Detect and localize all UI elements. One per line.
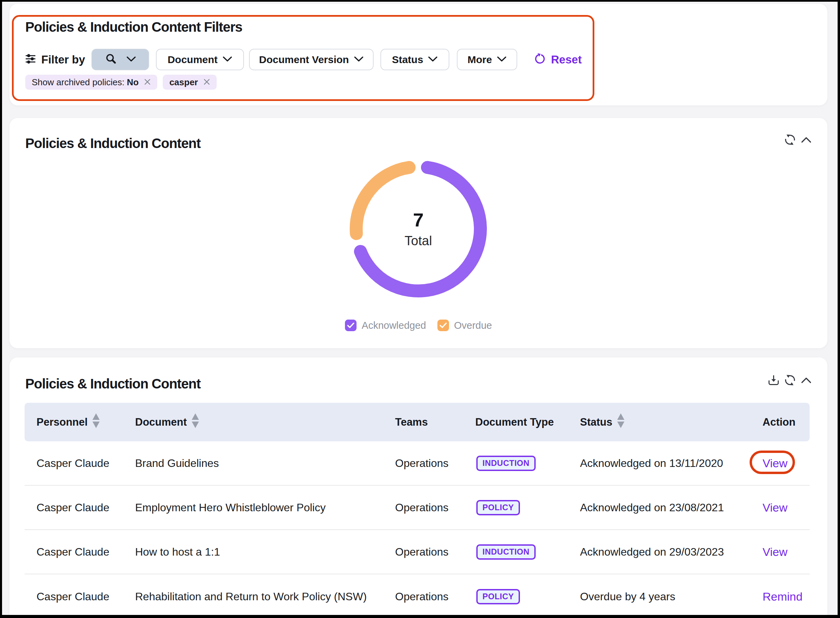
cell-action: View: [763, 530, 788, 573]
chart-legend: Acknowledged Overdue: [10, 319, 827, 331]
cell-personnel: Casper Claude: [37, 486, 109, 529]
legend-label-acknowledged: Acknowledged: [362, 320, 426, 331]
action-link[interactable]: Remind: [763, 590, 803, 603]
table-header: Personnel Document Teams Document Type S…: [25, 403, 810, 441]
column-header-document-label: Document: [135, 416, 187, 428]
cell-document: Rehabilitation and Return to Work Policy…: [135, 574, 367, 615]
reset-button[interactable]: Reset: [534, 49, 582, 70]
sort-icon[interactable]: [92, 413, 100, 431]
legend-item-overdue[interactable]: Overdue: [437, 319, 492, 331]
cell-status: Acknowledged on 29/03/2023: [580, 530, 724, 573]
cell-personnel: Casper Claude: [37, 574, 109, 615]
chevron-down-icon: [223, 56, 232, 64]
filter-chip-archived[interactable]: Show archived policies: No: [25, 75, 157, 90]
cell-document-type: INDUCTION: [476, 530, 536, 573]
filter-chip-casper[interactable]: casper: [163, 75, 217, 90]
filters-card: Policies & Induction Content Filters Fil…: [10, 4, 827, 105]
chevron-down-icon: [497, 56, 507, 64]
chevron-up-icon[interactable]: [801, 137, 811, 144]
column-header-personnel-label: Personnel: [37, 416, 88, 428]
chevron-down-icon: [428, 56, 438, 64]
legend-label-overdue: Overdue: [454, 320, 492, 331]
column-header-action: Action: [763, 403, 795, 441]
cell-document: Employment Hero Whistleblower Policy: [135, 486, 326, 529]
checkbox-checked-icon[interactable]: [345, 319, 357, 331]
donut-total-value: 7: [413, 211, 424, 230]
column-header-document-type-label: Document Type: [475, 416, 554, 428]
cell-status: Acknowledged on 13/11/2020: [580, 441, 723, 485]
x-icon[interactable]: [203, 77, 210, 88]
action-link[interactable]: View: [763, 457, 788, 470]
document-type-badge: POLICY: [476, 500, 520, 515]
cell-status: Overdue by 4 years: [580, 574, 675, 615]
action-link[interactable]: View: [763, 545, 788, 559]
more-dropdown[interactable]: More: [457, 49, 517, 70]
column-header-teams: Teams: [395, 403, 428, 441]
column-header-document[interactable]: Document: [135, 403, 199, 441]
sort-icon[interactable]: [192, 413, 199, 431]
cell-personnel: Casper Claude: [37, 530, 109, 573]
document-version-dropdown-label: Document Version: [259, 54, 349, 65]
document-type-badge: INDUCTION: [476, 456, 536, 471]
cell-status: Acknowledged on 23/08/2021: [580, 486, 724, 529]
sort-icon[interactable]: [617, 413, 625, 431]
column-header-status-label: Status: [580, 416, 613, 428]
table-row: Casper Claude Employment Hero Whistleblo…: [25, 486, 810, 530]
cell-document-type: INDUCTION: [476, 441, 536, 485]
cell-teams: Operations: [395, 486, 449, 529]
table-row: Casper Claude Brand Guidelines Operation…: [25, 441, 810, 486]
active-filter-chips: Show archived policies: No casper: [25, 75, 217, 90]
cell-document-type: POLICY: [476, 486, 520, 529]
donut-center: 7 Total: [346, 157, 490, 300]
table-row: Casper Claude How to host a 1:1 Operatio…: [25, 530, 810, 574]
reset-icon: [534, 53, 546, 66]
refresh-icon[interactable]: [784, 134, 795, 147]
checkbox-checked-icon[interactable]: [437, 319, 449, 331]
page: Policies & Induction Content Filters Fil…: [2, 2, 838, 615]
cell-action: View: [763, 441, 788, 485]
column-header-action-label: Action: [763, 416, 795, 428]
dropdown-row: Document Document Version Status More Re…: [10, 49, 827, 70]
status-dropdown-label: Status: [392, 54, 424, 65]
column-header-teams-label: Teams: [395, 416, 428, 428]
cell-teams: Operations: [395, 574, 449, 615]
cell-document: How to host a 1:1: [135, 530, 220, 573]
table-row: Casper Claude Rehabilitation and Return …: [25, 574, 810, 615]
document-type-badge: POLICY: [476, 589, 520, 605]
filter-chip-casper-label: casper: [169, 77, 198, 88]
filters-card-title: Policies & Induction Content Filters: [25, 19, 242, 35]
document-version-dropdown[interactable]: Document Version: [249, 49, 373, 70]
donut-total-label: Total: [404, 234, 432, 247]
table-body: Casper Claude Brand Guidelines Operation…: [25, 441, 810, 615]
document-dropdown-label: Document: [168, 54, 218, 65]
column-header-document-type: Document Type: [475, 403, 554, 441]
column-header-status[interactable]: Status: [580, 403, 625, 441]
cell-teams: Operations: [395, 441, 449, 485]
legend-item-acknowledged[interactable]: Acknowledged: [345, 319, 426, 331]
action-link[interactable]: View: [763, 501, 788, 514]
document-dropdown[interactable]: Document: [156, 49, 244, 70]
chevron-down-icon: [354, 56, 364, 64]
column-header-personnel[interactable]: Personnel: [37, 403, 100, 441]
filter-chip-archived-label: Show archived policies:: [32, 77, 125, 88]
document-type-badge: INDUCTION: [476, 544, 536, 560]
filter-chip-archived-value: No: [127, 77, 139, 88]
reset-button-label: Reset: [551, 53, 582, 66]
refresh-icon[interactable]: [784, 374, 795, 387]
chart-card-title: Policies & Induction Content: [25, 136, 201, 151]
chart-card: Policies & Induction Content 7 Total Ack…: [10, 118, 827, 348]
cell-document: Brand Guidelines: [135, 441, 219, 485]
chevron-up-icon[interactable]: [801, 377, 811, 385]
table-card-title: Policies & Induction Content: [25, 376, 201, 392]
table-card: Policies & Induction Content Personnel D…: [10, 357, 827, 615]
status-dropdown[interactable]: Status: [381, 49, 449, 70]
cell-action: View: [763, 486, 788, 529]
download-icon[interactable]: [769, 375, 779, 387]
cell-document-type: POLICY: [476, 574, 520, 615]
cell-teams: Operations: [395, 530, 449, 573]
more-dropdown-label: More: [467, 54, 492, 65]
x-icon[interactable]: [144, 77, 151, 88]
cell-personnel: Casper Claude: [37, 441, 109, 485]
cell-action: Remind: [763, 574, 803, 615]
